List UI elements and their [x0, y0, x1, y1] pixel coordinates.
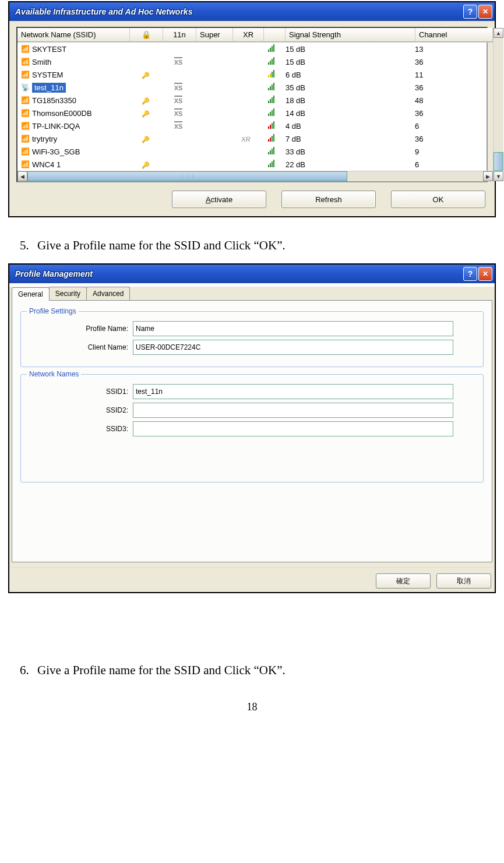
network-icon: 📶	[21, 71, 30, 79]
lock-icon: 🔑	[142, 161, 150, 168]
activate-button[interactable]: Activate	[172, 191, 266, 208]
cancel-button[interactable]: 取消	[436, 573, 491, 589]
tab-security[interactable]: Security	[49, 287, 87, 300]
step-5: 5. Give a Profile name for the SSID and …	[20, 238, 498, 253]
close-button[interactable]: ✕	[478, 5, 492, 19]
page-number: 18	[6, 701, 498, 713]
scroll-right-icon[interactable]: ▶	[483, 171, 493, 181]
network-icon: 📶	[21, 45, 30, 53]
help-button[interactable]: ?	[463, 5, 477, 19]
header-channel[interactable]: Channel	[415, 28, 493, 42]
network-row[interactable]: 📶 TP-LINK-DQA XS 4 dB 6	[17, 119, 493, 132]
signal-bars-icon	[266, 96, 277, 105]
ok-button[interactable]: 確定	[376, 573, 431, 589]
profile-name-input[interactable]	[133, 321, 453, 336]
step-6: 6. Give a Profile name for the SSID and …	[20, 663, 498, 678]
network-row[interactable]: 📶 TG185n3350 🔑 XS 18 dB 48	[17, 94, 493, 107]
header-signal-icon[interactable]	[264, 28, 286, 42]
signal-bars-icon	[266, 57, 277, 66]
scroll-thumb[interactable]: ⋮⋮⋮	[27, 171, 347, 181]
client-name-label: Client Name:	[29, 343, 133, 351]
network-row[interactable]: 📶 WNC4 1 🔑 22 dB 6	[17, 158, 493, 171]
window-title: Profile Management	[12, 269, 93, 279]
ssid2-input[interactable]	[133, 403, 453, 418]
header-11n[interactable]: 11n	[163, 28, 196, 42]
signal-bars-icon	[266, 44, 277, 54]
lock-icon: 🔑	[142, 97, 150, 104]
header-ssid[interactable]: Network Name (SSID)	[17, 28, 130, 42]
ssid3-label: SSID3:	[29, 425, 133, 433]
network-row[interactable]: 📶 Smith XS 15 dB 36	[17, 55, 493, 68]
header-security-icon[interactable]: 🔒	[130, 28, 163, 42]
network-list: Network Name (SSID) 🔒 11n Super XR Signa…	[16, 27, 488, 182]
network-icon: 📶	[21, 135, 30, 143]
ssid1-input[interactable]	[133, 384, 453, 399]
ok-button[interactable]: OK	[391, 191, 485, 208]
titlebar: Profile Management ? ✕	[9, 265, 495, 283]
legend: Network Names	[27, 370, 81, 378]
signal-bars-icon	[266, 147, 277, 156]
column-headers: Network Name (SSID) 🔒 11n Super XR Signa…	[17, 28, 493, 43]
network-icon: 📶	[21, 160, 30, 168]
signal-bars-icon	[266, 160, 277, 169]
help-button[interactable]: ?	[463, 267, 477, 281]
lock-icon: 🔑	[142, 72, 150, 79]
signal-bars-icon	[266, 134, 277, 143]
network-icon: 📶	[21, 58, 30, 66]
signal-bars-icon	[266, 121, 277, 131]
network-row[interactable]: 📶 SKYTEST 15 dB 13	[17, 43, 493, 55]
network-icon: 📶	[21, 122, 30, 130]
profile-name-label: Profile Name:	[29, 325, 133, 333]
network-row[interactable]: 📶 ThomsonE000DB 🔑 XS 14 dB 36	[17, 107, 493, 119]
network-icon: 📡	[21, 83, 30, 91]
lock-icon: 🔑	[142, 136, 150, 143]
window-title: Available Infrastructure and Ad Hoc Netw…	[12, 7, 192, 16]
tab-general[interactable]: General	[12, 287, 50, 301]
profile-management-window: Profile Management ? ✕ General Security …	[8, 263, 496, 593]
available-networks-window: Available Infrastructure and Ad Hoc Netw…	[8, 1, 496, 217]
lock-icon: 🔑	[142, 110, 150, 117]
signal-bars-icon	[266, 108, 277, 118]
header-super[interactable]: Super	[196, 28, 233, 42]
titlebar: Available Infrastructure and Ad Hoc Netw…	[9, 2, 495, 21]
header-xr[interactable]: XR	[233, 28, 264, 42]
scroll-up-icon[interactable]: ▲	[494, 28, 503, 38]
header-signal[interactable]: Signal Strength	[286, 28, 415, 42]
network-names-group: Network Names SSID1: SSID2: SSID3:	[20, 374, 484, 482]
vertical-scrollbar[interactable]: ▲ ▼	[493, 28, 503, 181]
tab-advanced[interactable]: Advanced	[86, 287, 130, 300]
ssid3-input[interactable]	[133, 421, 453, 436]
signal-bars-icon	[266, 83, 277, 92]
scroll-down-icon[interactable]: ▼	[494, 171, 503, 181]
network-icon: 📶	[21, 147, 30, 156]
network-row[interactable]: 📶 WiFi-3G_SGB 33 dB 9	[17, 145, 493, 158]
network-icon: 📶	[21, 96, 30, 104]
tabs: General Security Advanced	[12, 287, 495, 300]
legend: Profile Settings	[27, 307, 79, 315]
client-name-input[interactable]	[133, 340, 453, 355]
ssid2-label: SSID2:	[29, 406, 133, 414]
network-row[interactable]: 📶 trytrytry 🔑 XR 7 dB 36	[17, 132, 493, 145]
network-row[interactable]: 📶 SYSTEM 🔑 6 dB 11	[17, 68, 493, 81]
step-text: Give a Profile name for the SSID and Cli…	[37, 663, 286, 678]
horizontal-scrollbar[interactable]: ◀ ⋮⋮⋮ ▶	[17, 171, 493, 181]
refresh-button[interactable]: Refresh	[281, 191, 376, 208]
step-number: 5.	[20, 238, 37, 253]
step-number: 6.	[20, 663, 37, 678]
close-button[interactable]: ✕	[478, 267, 492, 281]
signal-bars-icon	[266, 70, 277, 79]
step-text: Give a Profile name for the SSID and Cli…	[37, 238, 286, 253]
network-row[interactable]: 📡 test_11n XS 35 dB 36	[17, 81, 493, 94]
scroll-thumb[interactable]	[494, 152, 503, 171]
ssid1-label: SSID1:	[29, 388, 133, 396]
network-icon: 📶	[21, 109, 30, 117]
profile-settings-group: Profile Settings Profile Name: Client Na…	[20, 311, 484, 367]
scroll-left-icon[interactable]: ◀	[17, 171, 27, 181]
tab-panel-general: Profile Settings Profile Name: Client Na…	[12, 300, 492, 562]
